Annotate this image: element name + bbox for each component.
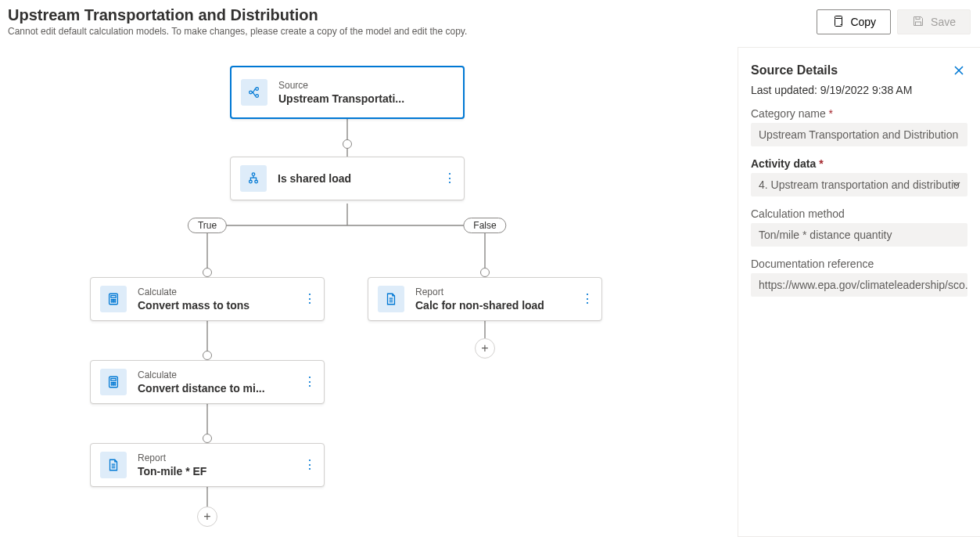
save-button-label: Save: [931, 16, 956, 28]
connector-dot: [203, 268, 212, 277]
svg-point-23: [111, 301, 112, 302]
document-icon: [378, 286, 404, 312]
node-label: Convert mass to tons: [138, 299, 291, 312]
add-step-button[interactable]: [475, 338, 495, 359]
connector-dot: [480, 268, 490, 277]
copy-button-label: Copy: [850, 16, 876, 28]
svg-point-17: [255, 180, 258, 183]
branch-true-label: True: [188, 218, 227, 233]
svg-point-13: [256, 88, 259, 91]
flow-canvas[interactable]: True False Source Upstream Transportati.…: [0, 47, 727, 537]
page-subtitle: Cannot edit default calculation models. …: [8, 26, 467, 37]
svg-point-16: [249, 180, 253, 183]
node-label: Is shared load: [278, 172, 431, 185]
svg-point-12: [249, 91, 253, 94]
connector-dot: [203, 351, 212, 360]
node-label: Ton-mile * EF: [138, 465, 291, 478]
svg-point-22: [115, 299, 116, 300]
last-updated: Last updated: 9/19/2022 9:38 AM: [751, 84, 967, 96]
category-name-field[interactable]: Upstream Transportation and Distribution: [751, 123, 967, 146]
svg-point-24: [113, 301, 113, 302]
node-condition[interactable]: Is shared load: [230, 157, 465, 200]
node-label: Upstream Transportati...: [278, 92, 457, 105]
calculation-method-label: Calculation method: [751, 207, 967, 220]
connector-dot: [203, 434, 212, 443]
branch-false-label: False: [463, 218, 506, 233]
svg-point-28: [111, 382, 112, 383]
calculator-icon: [100, 286, 127, 312]
svg-point-21: [113, 299, 113, 300]
details-panel: Source Details Last updated: 9/19/2022 9…: [738, 47, 980, 537]
svg-rect-2: [916, 22, 921, 26]
node-report[interactable]: Report Ton-mile * EF: [90, 443, 325, 487]
activity-data-label: Activity data *: [751, 157, 967, 170]
svg-point-31: [111, 384, 112, 385]
category-name-label: Category name *: [751, 107, 967, 120]
add-step-button[interactable]: [197, 506, 217, 527]
node-eyebrow: Report: [138, 452, 291, 463]
svg-point-33: [115, 384, 116, 385]
svg-rect-27: [111, 379, 116, 381]
svg-point-30: [115, 382, 116, 383]
node-calculate[interactable]: Calculate Convert distance to mi...: [90, 360, 325, 404]
node-label: Convert distance to mi...: [138, 382, 291, 395]
node-more-button[interactable]: [302, 376, 318, 388]
copy-button[interactable]: Copy: [817, 9, 891, 34]
node-report[interactable]: Report Calc for non-shared load: [368, 277, 602, 321]
node-calculate[interactable]: Calculate Convert mass to tons: [90, 277, 325, 321]
svg-rect-1: [916, 16, 920, 19]
svg-point-14: [256, 95, 259, 98]
svg-point-20: [111, 299, 112, 300]
connector-dot: [343, 139, 352, 149]
svg-point-15: [252, 173, 255, 176]
node-more-button[interactable]: [302, 293, 318, 305]
save-button: Save: [897, 9, 971, 34]
documentation-reference-label: Documentation reference: [751, 258, 967, 270]
copy-icon: [831, 15, 844, 30]
svg-rect-19: [111, 296, 116, 298]
node-source[interactable]: Source Upstream Transportati...: [230, 66, 465, 119]
save-icon: [912, 15, 924, 30]
page-title: Upstream Transportation and Distribution: [8, 6, 467, 24]
close-button[interactable]: [950, 62, 967, 79]
chevron-down-icon: [952, 178, 961, 191]
panel-title: Source Details: [751, 63, 838, 77]
calculator-icon: [100, 369, 127, 395]
condition-icon: [240, 165, 267, 192]
documentation-reference-field[interactable]: https://www.epa.gov/climateleadership/sc…: [751, 273, 967, 297]
calculation-method-field[interactable]: Ton/mile * distance quantity: [751, 223, 967, 247]
activity-data-value: 4. Upstream transportation and distribut…: [759, 178, 960, 191]
svg-point-29: [113, 382, 113, 383]
node-label: Calc for non-shared load: [415, 299, 569, 312]
node-eyebrow: Calculate: [138, 287, 291, 297]
svg-point-25: [115, 301, 116, 302]
activity-data-select[interactable]: 4. Upstream transportation and distribut…: [751, 173, 967, 196]
node-more-button[interactable]: [302, 459, 318, 471]
svg-point-32: [113, 384, 113, 385]
node-eyebrow: Calculate: [138, 369, 291, 380]
node-eyebrow: Source: [278, 80, 457, 91]
node-eyebrow: Report: [415, 287, 569, 297]
source-icon: [241, 79, 267, 106]
node-more-button[interactable]: [580, 293, 595, 305]
node-more-button[interactable]: [442, 172, 458, 185]
document-icon: [100, 452, 127, 478]
